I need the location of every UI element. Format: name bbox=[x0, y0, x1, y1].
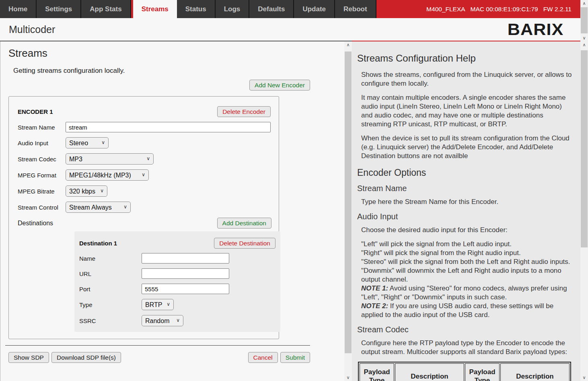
nav-tab-defaults[interactable]: Defaults bbox=[249, 0, 294, 18]
nav-tabs: HomeSettingsApp StatsStreamsStatusLogsDe… bbox=[0, 0, 376, 18]
add-destination-button[interactable]: Add Destination bbox=[217, 218, 271, 229]
download-sdp-button[interactable]: Download SDP file(s) bbox=[51, 352, 121, 363]
destination-ssrc-label: SSRC bbox=[79, 317, 142, 324]
scrollbar-thumb[interactable] bbox=[345, 51, 352, 353]
scroll-up-icon[interactable]: ∧ bbox=[344, 41, 352, 48]
encoder-panel: ENCODER 1 Delete Encoder Stream Name Aud… bbox=[8, 96, 279, 339]
stream-name-label: Stream Name bbox=[18, 124, 66, 131]
content-scrollbar[interactable]: ∧ ∨ bbox=[344, 41, 352, 381]
help-audio-input-heading: Audio Input bbox=[357, 212, 573, 221]
stream-codec-select[interactable]: MP3 bbox=[66, 153, 154, 165]
nav-tab-logs[interactable]: Logs bbox=[216, 0, 250, 18]
destination-url-label: URL bbox=[79, 270, 142, 277]
stream-name-input[interactable] bbox=[66, 122, 271, 132]
payload-table-header: Description bbox=[500, 363, 569, 381]
nav-tab-app-stats[interactable]: App Stats bbox=[81, 0, 131, 18]
payload-table-header: Payload Type bbox=[360, 363, 394, 381]
scroll-down-icon[interactable]: ∨ bbox=[344, 374, 352, 381]
scroll-down-icon[interactable]: ∨ bbox=[580, 374, 588, 381]
destination-type-select[interactable]: BRTP bbox=[142, 299, 174, 310]
audio-input-select[interactable]: Stereo bbox=[66, 137, 109, 148]
help-line: "Downmix" will downmix the Left and Righ… bbox=[361, 266, 573, 284]
device-info: M400_FLEXA MAC 00:08:E1:09:C1:79 FW 2.2.… bbox=[376, 0, 580, 18]
nav-tab-settings[interactable]: Settings bbox=[37, 0, 81, 18]
help-audio-input-text: Choose the desired audio input for this … bbox=[361, 226, 573, 235]
streams-subtitle: Getting streams configuration locally. bbox=[13, 67, 344, 75]
destination-type-label: Type bbox=[79, 301, 142, 308]
destinations-label: Destinations bbox=[18, 220, 53, 227]
streams-content-frame: Streams Getting streams configuration lo… bbox=[0, 41, 344, 381]
scroll-up-icon[interactable]: ∧ bbox=[580, 0, 588, 7]
encoder-options-heading: Encoder Options bbox=[357, 167, 573, 178]
help-paragraph: When the device is set to pull its strea… bbox=[361, 134, 573, 161]
encoder-title: ENCODER 1 bbox=[18, 108, 53, 115]
device-firmware: FW 2.2.11 bbox=[543, 6, 572, 13]
help-stream-codec-text: Configure here the RTP payload type by t… bbox=[361, 339, 573, 356]
mpeg-bitrate-label: MPEG Bitrate bbox=[18, 188, 66, 195]
payload-table-header: Description bbox=[395, 363, 464, 381]
help-paragraph: Shows the streams, configured from the L… bbox=[361, 70, 573, 88]
scroll-down-icon[interactable]: ∨ bbox=[580, 35, 588, 41]
scrollbar-thumb[interactable] bbox=[581, 50, 588, 247]
help-line: NOTE 1: Avoid using "Stereo" for mono co… bbox=[361, 284, 573, 302]
nav-tab-streams[interactable]: Streams bbox=[131, 0, 177, 18]
footer-divider bbox=[5, 345, 310, 346]
page-title: Multicoder bbox=[9, 24, 55, 35]
scroll-up-icon[interactable]: ∧ bbox=[580, 41, 588, 48]
destination-name-label: Name bbox=[79, 255, 142, 262]
help-line: NOTE 2: If you are using USB audio card,… bbox=[361, 302, 573, 319]
help-scrollbar[interactable]: ∧ ∨ bbox=[580, 41, 588, 381]
add-new-encoder-button[interactable]: Add New Encoder bbox=[249, 80, 310, 91]
help-paragraph: It may contain multiple encoders. A sing… bbox=[361, 93, 573, 129]
audio-input-label: Audio Input bbox=[18, 140, 66, 146]
audio-input-lines: "Left" will pick the signal from the Lef… bbox=[361, 240, 573, 319]
scrollbar-thumb[interactable] bbox=[581, 7, 588, 33]
payload-table-header: Payload Type bbox=[465, 363, 500, 381]
mpeg-bitrate-select[interactable]: 320 kbps bbox=[66, 185, 107, 197]
top-nav: HomeSettingsApp StatsStreamsStatusLogsDe… bbox=[0, 0, 580, 18]
submit-button[interactable]: Submit bbox=[280, 352, 310, 363]
destination-title: Destination 1 bbox=[79, 240, 117, 247]
help-intro: Shows the streams, configured from the L… bbox=[357, 70, 573, 161]
destination-panel: Destination 1 Delete Destination Name UR… bbox=[74, 231, 280, 332]
payload-type-table: Payload TypeDescriptionPayload TypeDescr… bbox=[358, 362, 571, 381]
streams-heading: Streams bbox=[8, 47, 344, 60]
barix-logo: BARIX bbox=[507, 21, 563, 39]
help-line: "Right" will pick the signal from the Ri… bbox=[361, 249, 573, 257]
destination-port-label: Port bbox=[79, 286, 142, 292]
help-title: Streams Configuration Help bbox=[357, 53, 573, 64]
title-bar: Multicoder BARIX bbox=[0, 18, 580, 41]
help-frame: Streams Configuration Help Shows the str… bbox=[352, 41, 580, 381]
show-sdp-button[interactable]: Show SDP bbox=[8, 352, 49, 363]
mpeg-format-select[interactable]: MPEG1/48kHz (MP3) bbox=[66, 169, 149, 181]
destination-url-input[interactable] bbox=[142, 268, 229, 279]
help-line: "Left" will pick the signal from the Lef… bbox=[361, 240, 573, 249]
destination-port-input[interactable] bbox=[142, 284, 229, 294]
nav-tab-update[interactable]: Update bbox=[294, 0, 335, 18]
device-model: M400_FLEXA bbox=[426, 6, 465, 13]
delete-encoder-button[interactable]: Delete Encoder bbox=[217, 106, 271, 117]
help-line: "Stereo" will pick the signal from both … bbox=[361, 257, 573, 266]
nav-tab-home[interactable]: Home bbox=[0, 0, 37, 18]
nav-tab-status[interactable]: Status bbox=[177, 0, 216, 18]
destination-ssrc-select[interactable]: Random bbox=[142, 315, 183, 326]
help-stream-codec-heading: Stream Codec bbox=[357, 325, 573, 334]
help-stream-name-heading: Stream Name bbox=[357, 184, 573, 193]
device-mac: MAC 00:08:E1:09:C1:79 bbox=[471, 6, 538, 13]
mpeg-format-label: MPEG Format bbox=[18, 172, 66, 179]
delete-destination-button[interactable]: Delete Destination bbox=[214, 238, 275, 249]
stream-control-select[interactable]: Stream Always bbox=[66, 202, 131, 213]
stream-control-label: Stream Control bbox=[18, 204, 66, 211]
nav-tab-reboot[interactable]: Reboot bbox=[335, 0, 376, 18]
help-stream-name-text: Type here the Stream Name for this Encod… bbox=[361, 198, 573, 206]
header-scrollbar[interactable]: ∧ ∨ bbox=[580, 0, 588, 41]
cancel-button[interactable]: Cancel bbox=[248, 352, 278, 363]
stream-codec-label: Stream Codec bbox=[18, 156, 66, 163]
destination-name-input[interactable] bbox=[142, 253, 229, 264]
